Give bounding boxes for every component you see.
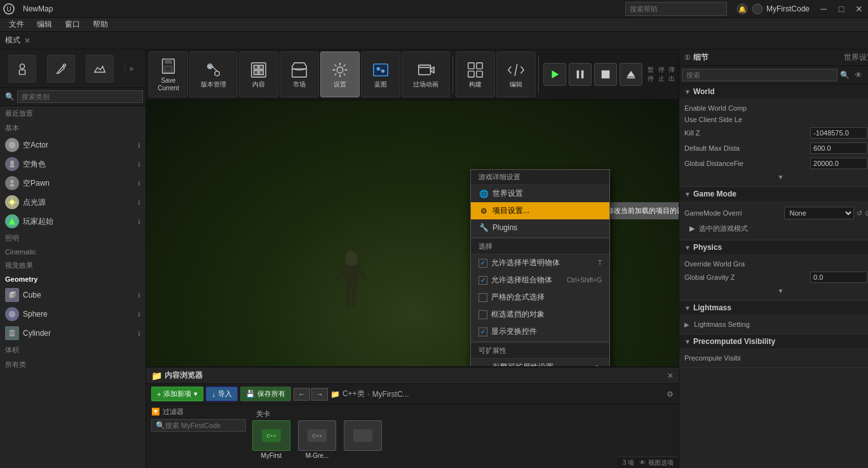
precomputed-title: Precomputed Visibility bbox=[693, 337, 775, 346]
nav-forward-btn[interactable]: → bbox=[311, 388, 328, 401]
svg-rect-19 bbox=[10, 293, 14, 298]
help-search-input[interactable] bbox=[625, 2, 727, 16]
section-all[interactable]: 所有类 bbox=[0, 357, 146, 372]
build-btn[interactable]: 构建 bbox=[456, 52, 495, 97]
svg-line-50 bbox=[515, 64, 517, 76]
details-eye-icon[interactable]: 👁 bbox=[852, 71, 865, 79]
statusbar: 3 项 👁 视图选项 bbox=[618, 457, 679, 468]
save-current-btn[interactable]: Save Current bbox=[149, 52, 188, 97]
svg-rect-10 bbox=[10, 165, 15, 168]
dropdown-plugins[interactable]: 🔧 Plugins bbox=[471, 219, 609, 236]
max-dist-input[interactable] bbox=[810, 142, 867, 154]
menu-file[interactable]: 文件 bbox=[3, 18, 31, 31]
lightmass-header[interactable]: ▼ Lightmass bbox=[679, 301, 868, 315]
prop-max-dist: Default Max Dista ▼ bbox=[684, 141, 868, 156]
menu-help[interactable]: 帮助 bbox=[86, 18, 114, 31]
section-geometry[interactable]: Geometry bbox=[0, 273, 146, 286]
eject-btn[interactable] bbox=[620, 63, 642, 86]
item-empty-actor[interactable]: 空Actor ℹ bbox=[0, 135, 146, 155]
center-area: Save Current 版本管理 内容 市场 设置 蓝图 bbox=[146, 50, 679, 468]
dropdown-allow-groups[interactable]: ✓ 允许选择组合物体 Ctrl+Shift+G bbox=[471, 272, 609, 289]
code-btn[interactable]: 编辑 bbox=[496, 52, 536, 97]
cinematic-btn[interactable]: 过场动画 bbox=[402, 52, 450, 97]
details-lock-icon[interactable]: 🔒 bbox=[865, 71, 868, 79]
stop-btn[interactable] bbox=[594, 63, 617, 86]
version-mgmt-btn[interactable]: 版本管理 bbox=[189, 52, 238, 97]
lightmass-setting-row[interactable]: ▶ Lightmass Setting bbox=[684, 319, 868, 330]
item-sphere[interactable]: Sphere ℹ bbox=[0, 305, 146, 324]
import-btn[interactable]: ↓ 导入 bbox=[206, 387, 238, 401]
svg-line-60 bbox=[358, 267, 365, 281]
physics-expand-btn[interactable]: ▼ bbox=[684, 285, 868, 296]
content-btn[interactable]: 内容 bbox=[239, 52, 278, 97]
settings-btn[interactable]: 设置 bbox=[320, 52, 360, 97]
play-btn[interactable] bbox=[543, 63, 566, 86]
add-new-btn[interactable]: + 添加新项 ▾ bbox=[151, 387, 203, 401]
content-browser-close[interactable]: ✕ bbox=[667, 371, 674, 380]
bottom-settings-icon[interactable]: ⚙ bbox=[667, 390, 674, 399]
breadcrumb-project[interactable]: MyFirstC... bbox=[372, 390, 409, 399]
gamemode-browse[interactable]: ⊙ bbox=[865, 209, 868, 217]
world-section-header[interactable]: ▼ World bbox=[679, 85, 868, 99]
bottom-search-input[interactable] bbox=[165, 422, 241, 429]
asset-myfirst[interactable]: C++ MyFirst bbox=[251, 420, 292, 459]
dropdown-strict-box[interactable]: 严格的盒式选择 bbox=[471, 289, 609, 306]
item-player-start[interactable]: 玩家起始 ℹ bbox=[0, 212, 146, 231]
panel-expand-btn[interactable]: » bbox=[125, 64, 137, 73]
viewport-area[interactable]: 游戏详细设置 🌐 世界设置 ⚙ 项目设置... 🔧 Plugins 选择 ✓ bbox=[146, 100, 679, 366]
world-expand-btn[interactable]: ▼ bbox=[684, 171, 868, 182]
pause-btn[interactable] bbox=[569, 63, 592, 86]
nav-back-btn[interactable]: ← bbox=[294, 388, 310, 401]
dropdown-show-transform[interactable]: ✓ 显示变换控件 bbox=[471, 323, 609, 340]
kill-z-input[interactable] bbox=[810, 127, 867, 139]
content-browser-icon: 📁 bbox=[151, 371, 162, 381]
minimize-button[interactable]: ─ bbox=[815, 0, 832, 18]
precomputed-header[interactable]: ▼ Precomputed Visibility bbox=[679, 334, 868, 348]
close-button[interactable]: ✕ bbox=[850, 0, 868, 18]
asset-third[interactable] bbox=[342, 420, 383, 459]
section-recent[interactable]: 最近放置 bbox=[0, 106, 146, 121]
section-visual[interactable]: 视觉效果 bbox=[0, 258, 146, 273]
map-title: NewMap bbox=[23, 4, 53, 13]
section-lighting[interactable]: 照明 bbox=[0, 231, 146, 245]
physics-header[interactable]: ▼ Physics bbox=[679, 240, 868, 254]
dropdown-allow-translucent[interactable]: ✓ 允许选择半透明物体 T bbox=[471, 254, 609, 272]
place-mode-btn[interactable] bbox=[8, 55, 36, 83]
item-empty-pawn[interactable]: 空Pawn ℹ bbox=[0, 174, 146, 193]
section-cinematic[interactable]: Cinematic bbox=[0, 245, 146, 258]
market-btn[interactable]: 市场 bbox=[280, 52, 319, 97]
svg-point-8 bbox=[9, 142, 16, 149]
svg-marker-18 bbox=[9, 218, 16, 225]
menu-window[interactable]: 窗口 bbox=[58, 18, 86, 31]
gamemode-reset[interactable]: ↺ bbox=[857, 209, 862, 217]
asset-mgre[interactable]: C++ M-Gre... bbox=[297, 420, 337, 459]
save-all-btn[interactable]: 💾 保存所有 bbox=[240, 387, 291, 401]
plugin-icon: 🔧 bbox=[478, 223, 489, 233]
settings-label: 设置 bbox=[334, 81, 346, 88]
item-point-light[interactable]: 点光源 ℹ bbox=[0, 193, 146, 212]
selected-game-mode[interactable]: ▶ 选中的游戏模式 bbox=[684, 221, 868, 236]
dropdown-world-settings[interactable]: 🌐 世界设置 bbox=[471, 185, 609, 202]
section-volume[interactable]: 体积 bbox=[0, 343, 146, 357]
dropdown-project-settings[interactable]: ⚙ 项目设置... bbox=[471, 202, 609, 219]
item-empty-char[interactable]: 空角色 ℹ bbox=[0, 155, 146, 174]
item-cylinder[interactable]: Cylinder ℹ bbox=[0, 324, 146, 343]
section-basic[interactable]: 基本 bbox=[0, 121, 146, 135]
category-search-input[interactable] bbox=[17, 90, 143, 103]
mode-close[interactable]: ✕ bbox=[24, 36, 31, 45]
gamemode-select[interactable]: None bbox=[784, 207, 854, 219]
details-search-input[interactable] bbox=[682, 69, 837, 81]
menu-edit[interactable]: 编辑 bbox=[31, 18, 58, 31]
world-settings-tab[interactable]: 世界设置 bbox=[841, 52, 868, 63]
breadcrumb-cpp[interactable]: C++类 bbox=[342, 389, 365, 399]
maximize-button[interactable]: □ bbox=[832, 0, 850, 18]
paint-mode-btn[interactable] bbox=[47, 55, 75, 83]
distance-field-input[interactable] bbox=[810, 158, 867, 169]
dropdown-box-occluded[interactable]: 框选遮挡的对象 bbox=[471, 306, 609, 323]
item-cube[interactable]: Cube ℹ bbox=[0, 286, 146, 305]
dropdown-engine-scalability[interactable]: 引擎可扩展性设置 ▶ bbox=[471, 359, 609, 366]
gravity-z-input[interactable] bbox=[810, 272, 867, 283]
game-mode-header[interactable]: ▼ Game Mode bbox=[679, 187, 868, 201]
landscape-mode-btn[interactable] bbox=[86, 55, 114, 83]
blueprint-btn[interactable]: 蓝图 bbox=[361, 52, 400, 97]
